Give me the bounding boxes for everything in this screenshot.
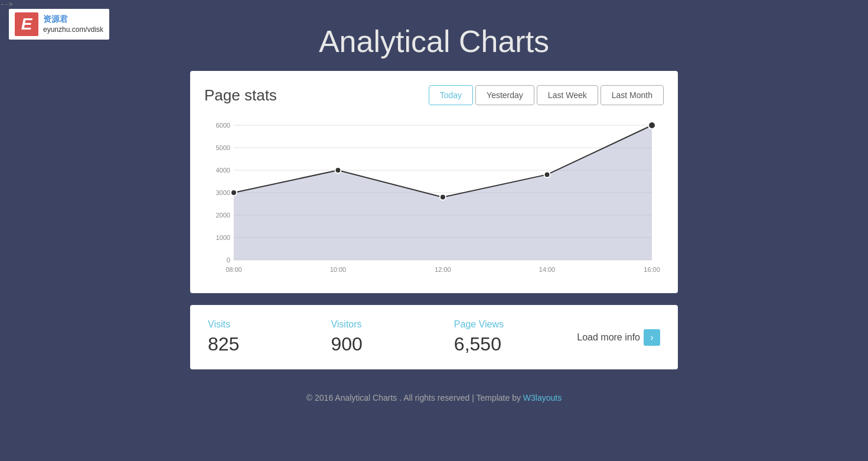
stat-visits-value: 825 [208,333,331,355]
chart-container: 6000 5000 4000 3000 2000 1000 0 08:00 10… [204,119,664,279]
data-point-1 [231,190,237,196]
chart-card: Page stats Today Yesterday Last Week Las… [190,71,678,293]
btn-yesterday[interactable]: Yesterday [475,85,534,105]
stat-visitors-value: 900 [331,333,453,355]
logo-letter: E [15,12,38,36]
stats-card: Visits 825 Visitors 900 Page Views 6,550… [190,305,678,369]
time-filter-group: Today Yesterday Last Week Last Month [429,85,664,105]
card-header: Page stats Today Yesterday Last Week Las… [204,85,664,105]
logo-brand: 资源君 [43,14,103,25]
svg-text:16:00: 16:00 [644,266,660,273]
svg-text:08:00: 08:00 [226,266,242,273]
data-point-3 [440,194,446,200]
svg-text:12:00: 12:00 [435,266,451,273]
btn-today[interactable]: Today [429,85,473,105]
btn-last-month[interactable]: Last Month [601,85,664,105]
stat-pageviews-value: 6,550 [454,333,577,355]
stat-visitors-label: Visitors [331,319,453,330]
data-point-4 [544,171,550,177]
load-more-button[interactable]: Load more info › [577,329,660,346]
load-more-label: Load more info [577,332,640,343]
stat-pageviews: Page Views 6,550 [454,319,577,355]
logo-box: E 资源君 eyunzhu.com/vdisk [9,9,109,40]
page-title: Analytical Charts [0,24,868,59]
btn-last-week[interactable]: Last Week [537,85,598,105]
svg-text:10:00: 10:00 [330,266,346,273]
svg-text:3000: 3000 [216,189,230,196]
stat-pageviews-label: Page Views [454,319,577,330]
page-title-area: Analytical Charts [0,0,868,71]
stat-visitors: Visitors 900 [331,319,453,355]
svg-text:5000: 5000 [216,144,230,151]
logo-text: 资源君 eyunzhu.com/vdisk [43,14,103,35]
footer: © 2016 Analytical Charts . All rights re… [0,381,868,414]
logo-area: E 资源君 eyunzhu.com/vdisk [9,9,109,40]
main-container: Page stats Today Yesterday Last Week Las… [190,71,678,369]
html-comment: --> [0,0,13,8]
svg-text:6000: 6000 [216,122,230,129]
footer-text: © 2016 Analytical Charts . All rights re… [306,393,523,402]
stat-visits: Visits 825 [208,319,331,355]
data-point-5 [648,122,655,129]
footer-link[interactable]: W3layouts [523,393,562,402]
card-title: Page stats [204,86,277,105]
load-more-arrow-icon: › [644,329,660,346]
chart-svg: 6000 5000 4000 3000 2000 1000 0 08:00 10… [204,119,664,279]
data-point-2 [335,167,341,173]
svg-text:2000: 2000 [216,212,230,219]
logo-url: eyunzhu.com/vdisk [43,25,103,35]
stat-visits-label: Visits [208,319,331,330]
svg-text:14:00: 14:00 [539,266,555,273]
svg-text:4000: 4000 [216,167,230,174]
svg-text:0: 0 [227,257,230,264]
svg-text:1000: 1000 [216,234,230,241]
